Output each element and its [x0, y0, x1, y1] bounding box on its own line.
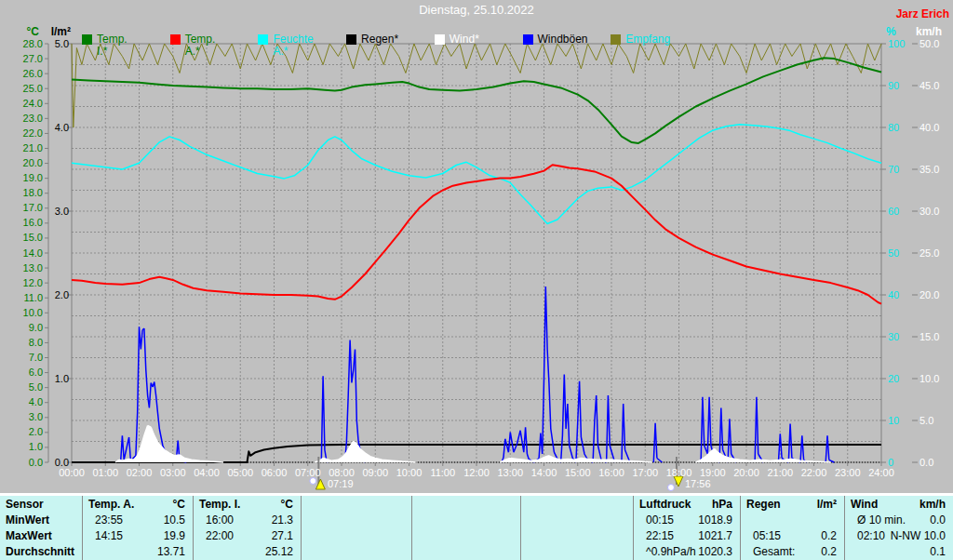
humidity-axis-unit: %: [886, 25, 896, 38]
sunrise-marker-sun-icon: [310, 478, 316, 485]
rain-tick-label: 5.0: [45, 39, 69, 49]
table-divider: [411, 496, 412, 560]
temp-tick-label: 17.0: [15, 203, 43, 213]
x-tick-label: 01:00: [89, 468, 121, 478]
temp-tick-label: 1.0: [15, 442, 43, 452]
table-cell-value: 13.71: [88, 546, 185, 558]
table-cell-value: 19.9: [88, 530, 185, 542]
temp-tick-label: 20.0: [15, 158, 43, 168]
legend-label: Feuchte A.*: [273, 33, 313, 58]
legend-label: Temp. I.*: [97, 33, 128, 58]
hum-tick-label: 10: [888, 416, 910, 426]
x-tick-label: 00:00: [56, 468, 87, 478]
rain-tick-label: 3.0: [45, 207, 69, 217]
table-divider: [520, 496, 521, 560]
x-tick-label: 19:00: [697, 468, 729, 478]
x-tick-label: 07:00: [292, 468, 324, 478]
wind-tick-label: 25.0: [919, 248, 946, 259]
table-cell-value: 25.12: [199, 546, 293, 558]
table-divider: [740, 496, 741, 560]
table-cell-value: N-NW 10.0: [851, 530, 946, 542]
table-row-label: Sensor: [6, 499, 44, 511]
x-tick-label: 13:00: [494, 468, 526, 478]
sunrise-marker-arrow-icon: [315, 479, 325, 489]
wind-tick-label: 20.0: [919, 290, 946, 300]
wind-tick-label: 40.0: [919, 123, 946, 133]
x-tick-label: 04:00: [191, 468, 222, 478]
x-tick-label: 18:00: [664, 468, 695, 478]
hum-tick-label: 30: [888, 332, 910, 342]
sunset-time-label: 17:56: [685, 478, 711, 489]
x-tick-label: 06:00: [259, 468, 290, 478]
temp-tick-label: 9.0: [15, 323, 43, 333]
wind-tick-label: 45.0: [919, 81, 946, 91]
wind-tick-label: 0.0: [919, 458, 946, 468]
wind-tick-label: 50.0: [919, 39, 946, 49]
table-cell-value: 0.1: [851, 546, 946, 558]
rain-axis-unit: l/m²: [41, 25, 71, 38]
table-cell-value: 0.2: [746, 546, 837, 558]
rain-tick-label: 2.0: [45, 290, 69, 300]
series-windb-en: [121, 287, 835, 462]
hum-tick-label: 90: [888, 81, 910, 91]
table-cell-value: 1021.7: [639, 530, 732, 542]
temp-tick-label: 13.0: [15, 263, 43, 273]
temp-tick-label: 24.0: [15, 99, 43, 109]
x-tick-label: 05:00: [224, 468, 256, 478]
rain-tick-label: 4.0: [45, 123, 69, 133]
temp-tick-label: 7.0: [15, 353, 43, 363]
sunrise-time-label: 07:19: [328, 478, 354, 489]
hum-tick-label: 40: [888, 290, 910, 300]
temp-tick-label: 12.0: [15, 278, 43, 288]
hum-tick-label: 50: [888, 248, 910, 259]
temp-tick-label: 6.0: [15, 367, 43, 378]
legend-label: Regen*: [361, 33, 398, 46]
table-divider: [633, 496, 634, 560]
x-tick-label: 08:00: [326, 468, 357, 478]
table-cell-value: 27.1: [199, 530, 293, 542]
wind-tick-label: 5.0: [919, 416, 946, 426]
legend-swatch: [346, 34, 356, 45]
legend-label: Wind*: [450, 33, 479, 46]
temp-tick-label: 2.0: [15, 427, 43, 437]
table-section-unit: °C: [199, 499, 293, 511]
hum-tick-label: 80: [888, 123, 910, 133]
station-name: Jarz Erich: [896, 7, 949, 20]
temp-tick-label: 8.0: [15, 338, 43, 348]
table-row-label: MinWert: [6, 514, 49, 527]
table-divider: [82, 496, 83, 560]
x-tick-label: 03:00: [157, 468, 189, 478]
legend-label: Empfang: [625, 33, 670, 46]
temp-tick-label: 22.0: [15, 128, 43, 139]
temp-tick-label: 15.0: [15, 233, 43, 243]
temp-tick-label: 18.0: [15, 188, 43, 198]
rain-tick-label: 0.0: [45, 458, 69, 468]
table-row-label: Durchschnitt: [6, 546, 74, 558]
temp-tick-label: 23.0: [15, 113, 43, 124]
temp-tick-label: 21.0: [15, 143, 43, 153]
x-tick-label: 12:00: [461, 468, 492, 478]
x-tick-label: 17:00: [629, 468, 661, 478]
table-divider: [193, 496, 194, 560]
x-tick-label: 23:00: [832, 468, 864, 478]
table-cell-value: 10.5: [88, 514, 185, 527]
temp-tick-label: 28.0: [15, 39, 43, 49]
hum-tick-label: 60: [888, 207, 910, 217]
page-title: Dienstag, 25.10.2022: [0, 3, 953, 17]
hum-tick-label: 100: [888, 39, 910, 49]
legend-label: Windböen: [538, 33, 588, 46]
temp-tick-label: 4.0: [15, 397, 43, 407]
hum-tick-label: 20: [888, 374, 910, 384]
x-tick-label: 09:00: [359, 468, 391, 478]
temp-tick-label: 26.0: [15, 69, 43, 79]
table-cell-value: 0.2: [746, 530, 837, 542]
temp-tick-label: 10.0: [15, 308, 43, 318]
weather-chart-window: Dienstag, 25.10.2022 Jarz Erich °C l/m² …: [0, 0, 953, 560]
x-tick-label: 20:00: [731, 468, 762, 478]
wind-tick-label: 10.0: [919, 374, 946, 384]
temp-tick-label: 5.0: [15, 382, 43, 393]
temp-tick-label: 3.0: [15, 412, 43, 422]
table-row-label: MaxWert: [6, 530, 52, 542]
temp-tick-label: 16.0: [15, 218, 43, 228]
table-cell-value: 1020.3: [639, 546, 732, 558]
